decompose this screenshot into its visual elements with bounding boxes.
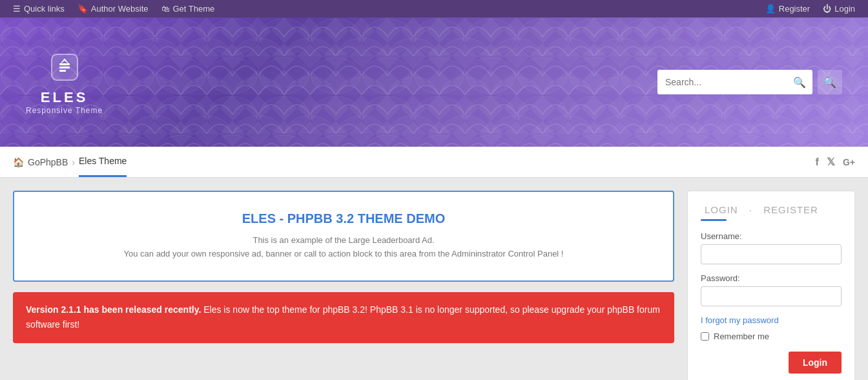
logo-icon xyxy=(46,49,83,85)
logo-title: ELES xyxy=(41,89,88,106)
username-label: Username: xyxy=(701,231,842,241)
power-icon: ⏻ xyxy=(823,4,831,14)
breadcrumb: 🏠 GoPhpBB › Eles Theme xyxy=(13,147,127,177)
search-input[interactable] xyxy=(657,77,787,87)
shopping-bag-icon: 🛍 xyxy=(161,4,170,14)
twitter-icon: 𝕏 xyxy=(827,156,835,168)
get-theme-link[interactable]: 🛍 Get Theme xyxy=(161,4,215,14)
content-left: ELES - PHPBB 3.2 THEME DEMO This is an e… xyxy=(13,191,674,380)
login-title: LOGIN xyxy=(705,204,738,215)
login-panel-header: LOGIN · REGISTER xyxy=(701,204,842,215)
ad-banner-title: ELES - PHPBB 3.2 THEME DEMO xyxy=(27,211,660,226)
svg-rect-6 xyxy=(59,63,70,65)
register-title: REGISTER xyxy=(763,204,818,215)
remember-me-checkbox[interactable] xyxy=(701,332,709,341)
author-website-link[interactable]: 🔖 Author Website xyxy=(78,4,149,14)
forgot-password-link[interactable]: I forgot my password xyxy=(701,315,779,325)
header-banner: ELES Responsive Theme 🔍 🔍 xyxy=(0,17,868,147)
breadcrumb-home[interactable]: GoPhpBB xyxy=(28,157,68,167)
remember-row: Remember me xyxy=(701,332,842,341)
login-button[interactable]: Login xyxy=(789,352,842,374)
home-icon: 🏠 xyxy=(13,157,24,167)
nav-social: f 𝕏 G+ xyxy=(816,156,855,168)
login-panel: LOGIN · REGISTER Username: Password: I f… xyxy=(687,191,855,380)
facebook-icon: f xyxy=(816,156,819,168)
register-link[interactable]: 👤 Register xyxy=(765,4,810,14)
sidebar: LOGIN · REGISTER Username: Password: I f… xyxy=(687,191,855,380)
svg-rect-8 xyxy=(59,70,66,72)
nav-bar: 🏠 GoPhpBB › Eles Theme f 𝕏 G+ xyxy=(0,147,868,178)
bookmark-icon: 🔖 xyxy=(78,4,88,14)
ad-banner-box: ELES - PHPBB 3.2 THEME DEMO This is an e… xyxy=(13,191,674,282)
svg-rect-7 xyxy=(59,67,70,69)
facebook-link[interactable]: f xyxy=(816,156,819,168)
search-area: 🔍 🔍 xyxy=(657,70,842,94)
login-separator: · xyxy=(749,204,752,215)
search-input-wrap: 🔍 xyxy=(657,70,812,94)
googleplus-link[interactable]: G+ xyxy=(843,157,855,167)
googleplus-icon: G+ xyxy=(843,157,855,167)
top-bar-left: ☰ Quick links 🔖 Author Website 🛍 Get The… xyxy=(13,4,214,14)
login-accent-bar xyxy=(701,219,727,221)
top-bar: ☰ Quick links 🔖 Author Website 🛍 Get The… xyxy=(0,0,868,17)
logo-subtitle: Responsive Theme xyxy=(26,106,103,115)
forgot-row: I forgot my password xyxy=(701,315,842,325)
menu-icon: ☰ xyxy=(13,4,21,14)
alert-bold: Version 2.1.1 has been released recently… xyxy=(26,304,201,315)
breadcrumb-separator: › xyxy=(72,157,75,167)
main-content: ELES - PHPBB 3.2 THEME DEMO This is an e… xyxy=(0,178,868,380)
ad-banner-desc2: You can add your own responsive ad, bann… xyxy=(27,248,660,261)
password-label: Password: xyxy=(701,273,842,283)
alert-box: Version 2.1.1 has been released recently… xyxy=(13,292,674,344)
remember-label: Remember me xyxy=(714,332,769,341)
twitter-link[interactable]: 𝕏 xyxy=(827,156,835,168)
login-link[interactable]: ⏻ Login xyxy=(823,4,855,14)
advanced-search-button[interactable]: 🔍 xyxy=(818,70,842,94)
password-input[interactable] xyxy=(701,286,842,306)
top-bar-right: 👤 Register ⏻ Login xyxy=(765,4,855,14)
breadcrumb-active: Eles Theme xyxy=(79,147,127,177)
ad-banner-desc1: This is an example of the Large Leaderbo… xyxy=(27,234,660,248)
person-add-icon: 👤 xyxy=(765,4,776,14)
logo-area: ELES Responsive Theme xyxy=(26,49,103,115)
quicklinks-link[interactable]: ☰ Quick links xyxy=(13,4,65,14)
username-input[interactable] xyxy=(701,244,842,264)
search-submit-button[interactable]: 🔍 xyxy=(787,76,812,89)
